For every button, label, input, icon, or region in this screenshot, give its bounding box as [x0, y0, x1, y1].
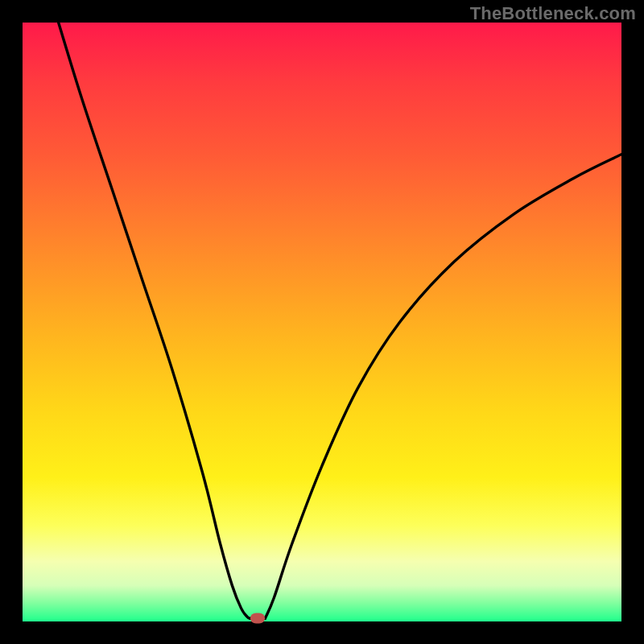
curve-svg — [23, 23, 621, 621]
minimum-marker — [250, 613, 265, 624]
curve-right-branch — [265, 155, 621, 619]
plot-area — [23, 23, 621, 621]
curve-left-branch — [59, 23, 250, 618]
chart-frame: TheBottleneck.com — [0, 0, 644, 644]
watermark-text: TheBottleneck.com — [470, 3, 636, 24]
